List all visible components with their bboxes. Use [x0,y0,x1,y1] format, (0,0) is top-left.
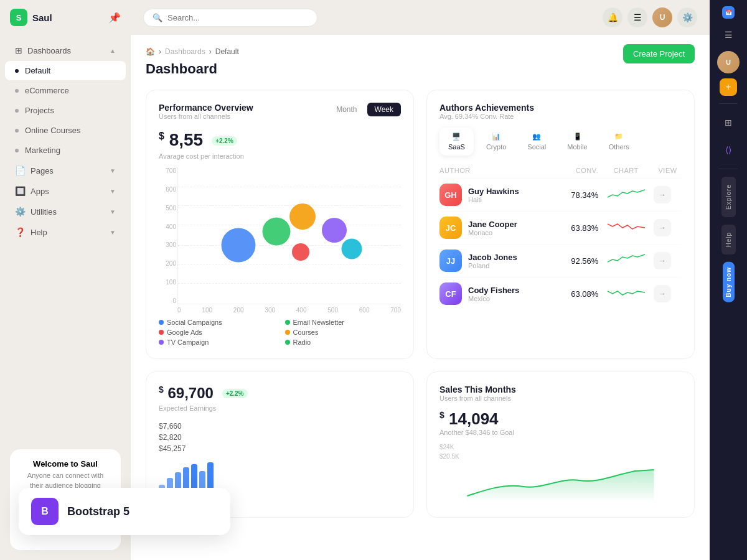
main: 🔍 🔔 ☰ U ⚙️ 🏠 › Dashboards › Default Dash… [131,0,710,560]
tab-social[interactable]: 👥 Social [519,128,555,156]
col-author: AUTHOR [439,163,558,179]
perf-title: Performance Overview [159,103,253,113]
mini-chart-1 [608,219,645,234]
search-input[interactable] [167,13,308,22]
tab-crypto[interactable]: 📊 Crypto [477,128,515,156]
view-btn-0[interactable]: → [654,186,671,203]
goal-label: Another $48,346 to Goal [439,429,682,436]
legend-dot [159,330,164,335]
content-area: 🏠 › Dashboards › Default Dashboard Creat… [131,35,710,560]
perf-value: $ 8,55 [159,130,203,150]
mobile-icon: 📱 [573,133,582,141]
legend-google: Google Ads [159,329,275,336]
tab-group: Month Week [329,103,401,116]
sidebar-item-online-courses[interactable]: Online Courses [5,121,126,140]
tab-saas[interactable]: 🖥️ SaaS [439,128,474,156]
app-logo: S [10,9,27,26]
user-avatar[interactable]: U [652,7,672,27]
sales-sub: Users from all channels [439,394,682,402]
dashboards-icon: ⊞ [15,45,22,55]
dashboard-grid: Performance Overview Users from all chan… [146,90,695,359]
legend-dot [285,340,290,345]
explore-button[interactable]: Explore [721,177,736,217]
sidebar-item-pages[interactable]: 📄 Pages ▼ [5,161,126,180]
col-view: VIEW [654,163,682,179]
sidebar-item-marketing[interactable]: Marketing [5,141,126,160]
sidebar-item-default[interactable]: Default [5,61,126,80]
conv-value: 63.83% [571,223,598,233]
nav-dot [15,109,19,113]
table-row: JC Jane Cooper Monaco 63.83% [439,212,682,245]
chevron-icon: ▼ [110,229,116,236]
table-row: JJ Jacob Jones Poland 92.56% [439,245,682,278]
topbar: 🔍 🔔 ☰ U ⚙️ [131,0,710,35]
view-btn-1[interactable]: → [654,219,671,236]
nav-dot [15,149,19,152]
rp-add-button[interactable]: + [720,78,737,96]
rp-code-icon[interactable]: ⟨⟩ [717,139,740,161]
tab-month[interactable]: Month [329,103,364,116]
tab-mobile[interactable]: 📱 Mobile [558,128,596,156]
col-conv: CONV. [558,163,598,179]
right-panel: 📅 ☰ U + ⊞ ⟨⟩ Explore Help Buy now [710,0,747,560]
bootstrap-card: B Bootstrap 5 [19,488,230,535]
sidebar-item-apps[interactable]: 🔲 Apps ▼ [5,181,126,201]
tab-others[interactable]: 📁 Others [600,128,638,156]
avg-label: Avarage cost per interaction [159,152,401,160]
calendar-badge[interactable]: 📅 [722,6,735,19]
chart-legend: Social Campaigns Email Newsletter Google… [159,319,401,346]
view-btn-2[interactable]: → [654,252,671,269]
table-row: CF Cody Fishers Mexico 63.08% [439,278,682,310]
bubble-google [292,243,309,261]
tab-week[interactable]: Week [367,103,401,116]
authors-table: AUTHOR CONV. CHART VIEW GH [439,163,682,310]
rp-grid-icon[interactable]: ⊞ [717,111,740,134]
search-box[interactable]: 🔍 [143,9,317,27]
buy-now-button[interactable]: Buy now [723,262,735,302]
help-icon: ❓ [15,227,26,237]
mini-chart-2 [608,252,645,267]
search-icon: 🔍 [153,13,162,22]
authors-tabs: 🖥️ SaaS 📊 Crypto 👥 Social 📱 Mobile [439,128,682,156]
divider [719,103,738,104]
legend-courses: Courses [285,329,402,336]
topbar-right: 🔔 ☰ U ⚙️ [603,7,697,27]
sidebar-item-dashboards[interactable]: ⊞ Dashboards ▲ [5,40,126,60]
conv-value: 78.34% [571,190,598,200]
sidebar-item-help[interactable]: ❓ Help ▼ [5,222,126,242]
active-dot [15,69,19,73]
welcome-title: Welcome to Saul [20,459,111,469]
apps-icon: 🔲 [15,186,26,196]
view-btn-3[interactable]: → [654,285,671,302]
notifications-icon[interactable]: 🔔 [603,7,622,27]
breadcrumb: 🏠 › Dashboards › Default [146,47,695,56]
pin-icon[interactable]: 📌 [108,12,121,24]
legend-dot [285,320,290,325]
authors-title: Authors Achievements [439,103,682,113]
app-title: Saul [32,12,52,23]
sidebar-item-projects[interactable]: Projects [5,101,126,120]
sales-chart [439,465,682,502]
bubble-email [262,217,290,245]
bubble-courses [289,203,316,230]
settings-icon[interactable]: ⚙️ [677,7,697,27]
x-axis: 0100200300400500600700 [177,307,401,314]
bootstrap-title: Bootstrap 5 [67,505,129,518]
sidebar-item-utilities[interactable]: ⚙️ Utilities ▼ [5,202,126,222]
saas-icon: 🖥️ [452,133,461,141]
nav-dot [15,129,19,133]
menu-icon[interactable]: ☰ [627,7,647,27]
col-chart: CHART [598,163,654,179]
breadcrumb-dashboards[interactable]: Dashboards [165,47,205,56]
legend-social: Social Campaigns [159,319,275,326]
bubble-tv [322,218,347,243]
help-button[interactable]: Help [721,225,736,255]
perf-header: Performance Overview Users from all chan… [159,103,401,128]
bootstrap-icon: B [31,498,59,525]
utilities-icon: ⚙️ [15,207,26,217]
crypto-icon: 📊 [492,133,500,141]
rp-avatar[interactable]: U [717,51,740,73]
create-project-button[interactable]: Create Project [623,44,695,63]
sidebar-item-ecommerce[interactable]: eCommerce [5,81,126,100]
rp-menu-icon[interactable]: ☰ [717,24,740,46]
